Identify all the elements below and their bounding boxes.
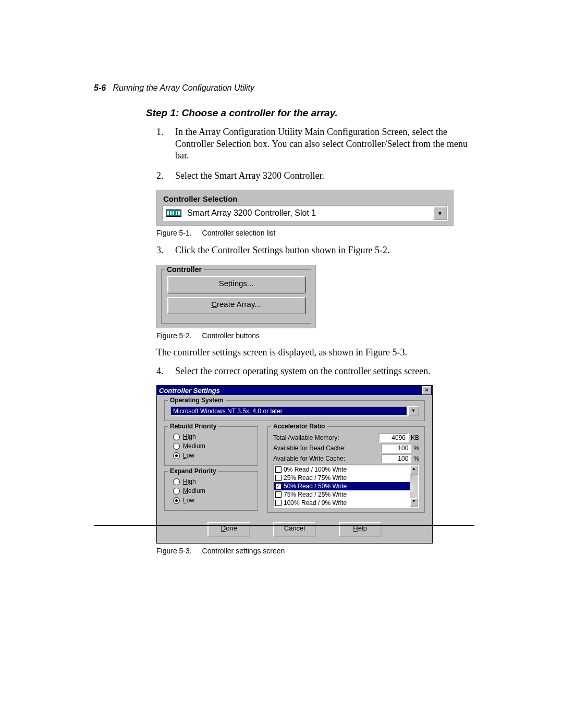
expand-high-radio[interactable]: High — [173, 478, 252, 485]
controller-buttons-panel: Controller Settings... Create Array... — [156, 265, 316, 328]
expand-priority-groupbox: Expand Priority High Medium Low — [164, 471, 258, 511]
figure-caption: Figure 5-3. Controller settings screen — [156, 547, 474, 555]
list-text: In the Array Configuration Utility Main … — [175, 126, 474, 162]
figure-number: Figure 5-3. — [156, 547, 192, 555]
write-cache-value: 100 — [381, 454, 411, 463]
total-memory-value: 4096 — [378, 433, 409, 442]
controller-icon — [163, 206, 184, 220]
expand-medium-radio[interactable]: Medium — [173, 487, 252, 495]
list-number: 4. — [156, 365, 175, 377]
panel-title: Controller Selection — [162, 192, 448, 205]
cancel-button[interactable]: Cancel — [273, 522, 316, 537]
ratio-option[interactable]: 75% Read / 25% Write — [274, 490, 410, 499]
ratio-option[interactable]: 0% Read / 100% Write — [274, 465, 410, 474]
running-header: 5-6 Running the Array Configuration Util… — [94, 83, 474, 93]
groupbox-legend: Accelerator Ratio — [271, 423, 327, 430]
expand-low-radio[interactable]: Low — [173, 497, 252, 504]
stat-label: Available for Read Cache: — [273, 445, 346, 452]
figure-caption-text: Controller settings screen — [202, 547, 285, 555]
rebuild-high-radio[interactable]: High — [173, 433, 252, 440]
ratio-listbox[interactable]: 0% Read / 100% Write 25% Read / 75% Writ… — [273, 464, 419, 508]
controller-combo-text: Smart Array 3200 Controller, Slot 1 — [184, 206, 433, 220]
stat-label: Total Available Memory: — [273, 434, 339, 441]
done-button[interactable]: Done — [207, 522, 250, 537]
scroll-down-icon[interactable]: ▼ — [410, 498, 418, 507]
figure-caption: Figure 5-2. Controller buttons — [156, 331, 474, 340]
ratio-option[interactable]: 25% Read / 75% Write — [274, 474, 410, 482]
list-number: 3. — [156, 244, 175, 256]
step-heading: Step 1: Choose a controller for the arra… — [146, 107, 474, 119]
list-item: 3. Click the Controller Settings button … — [156, 244, 474, 256]
figure-number: Figure 5-2. — [156, 331, 192, 340]
groupbox-legend: Controller — [165, 265, 204, 274]
accelerator-ratio-groupbox: Accelerator Ratio Total Available Memory… — [267, 426, 425, 513]
controller-groupbox: Controller Settings... Create Array... — [161, 269, 311, 324]
body-paragraph: The controller settings screen is displa… — [156, 347, 474, 358]
figure-caption: Figure 5-1. Controller selection list — [156, 229, 474, 237]
chevron-down-icon[interactable]: ▼ — [408, 406, 419, 416]
write-cache-row: Available for Write Cache: 100% — [273, 454, 419, 463]
list-item: 4. Select the correct operating system o… — [156, 365, 474, 377]
os-combo[interactable]: Microsoft Windows NT 3.5x, 4.0 or later … — [170, 406, 419, 416]
controller-combo[interactable]: Smart Array 3200 Controller, Slot 1 ▼ — [162, 205, 448, 221]
footer-rule — [94, 525, 474, 526]
rebuild-medium-radio[interactable]: Medium — [173, 442, 252, 450]
figure-number: Figure 5-1. — [156, 229, 192, 237]
header-title: Running the Array Configuration Utility — [113, 83, 254, 92]
list-item: 1. In the Array Configuration Utility Ma… — [156, 126, 474, 162]
scroll-up-icon[interactable]: ▲ — [410, 465, 418, 475]
ratio-option[interactable]: 100% Read / 0% Write — [274, 499, 410, 507]
help-button[interactable]: Help — [339, 522, 382, 537]
list-text: Select the Smart Array 3200 Controller. — [175, 170, 474, 182]
figure-caption-text: Controller selection list — [202, 229, 276, 237]
read-cache-row: Available for Read Cache: 100% — [273, 443, 419, 453]
controller-settings-dialog: Controller Settings × Operating System M… — [156, 385, 433, 544]
read-cache-value: 100 — [381, 443, 411, 453]
scrollbar[interactable]: ▲ ▼ — [410, 465, 418, 507]
list-text: Select the correct operating system on t… — [175, 365, 474, 377]
dialog-titlebar: Controller Settings × — [157, 386, 432, 395]
list-item: 2. Select the Smart Array 3200 Controlle… — [156, 170, 474, 182]
os-combo-text: Microsoft Windows NT 3.5x, 4.0 or later — [170, 406, 408, 416]
ratio-option-selected[interactable]: ✓50% Read / 50% Write — [274, 482, 410, 490]
list-number: 2. — [156, 170, 175, 182]
controller-selection-panel: Controller Selection Smart Array 3200 Co… — [156, 190, 454, 226]
create-array-button[interactable]: Create Array... — [167, 297, 305, 314]
chevron-down-icon[interactable]: ▼ — [433, 206, 447, 220]
dialog-title: Controller Settings — [159, 387, 220, 394]
close-icon[interactable]: × — [422, 386, 431, 394]
list-text: Click the Controller Settings button sho… — [175, 244, 474, 256]
page-number: 5-6 — [94, 83, 106, 92]
groupbox-legend: Rebuild Priority — [168, 423, 218, 430]
rebuild-priority-groupbox: Rebuild Priority High Medium Low — [164, 426, 258, 466]
settings-button[interactable]: Settings... — [167, 276, 305, 293]
rebuild-low-radio[interactable]: Low — [173, 452, 252, 459]
list-number: 1. — [156, 126, 175, 162]
figure-caption-text: Controller buttons — [202, 331, 260, 340]
total-memory-row: Total Available Memory: 4096KB — [273, 433, 419, 442]
stat-label: Available for Write Cache: — [273, 455, 345, 462]
groupbox-legend: Expand Priority — [168, 467, 218, 475]
os-groupbox: Operating System Microsoft Windows NT 3.… — [164, 400, 425, 421]
groupbox-legend: Operating System — [168, 397, 226, 404]
